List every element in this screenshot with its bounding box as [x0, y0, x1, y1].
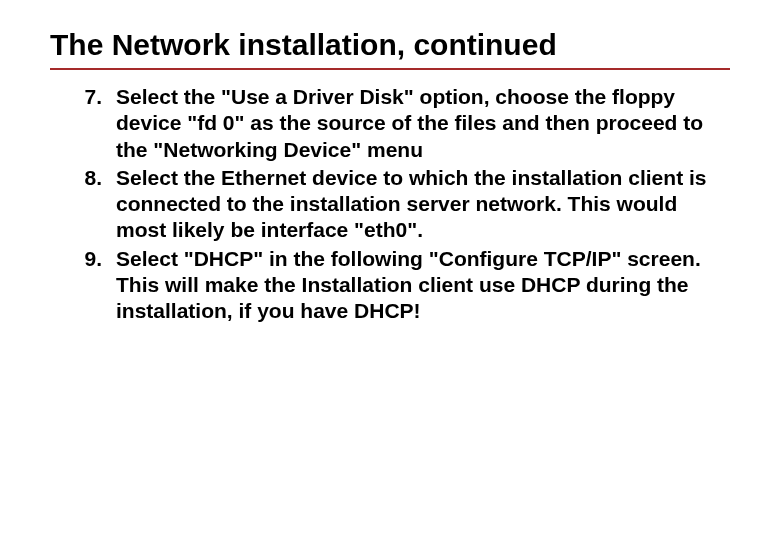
- item-text: Select the Ethernet device to which the …: [116, 165, 730, 244]
- page-title: The Network installation, continued: [50, 28, 730, 70]
- item-text: Select the "Use a Driver Disk" option, c…: [116, 84, 730, 163]
- item-number: 8.: [78, 165, 116, 244]
- instruction-list: 7. Select the "Use a Driver Disk" option…: [50, 84, 730, 324]
- list-item: 7. Select the "Use a Driver Disk" option…: [78, 84, 730, 163]
- item-number: 9.: [78, 246, 116, 325]
- list-item: 9. Select "DHCP" in the following "Confi…: [78, 246, 730, 325]
- item-text: Select "DHCP" in the following "Configur…: [116, 246, 730, 325]
- item-number: 7.: [78, 84, 116, 163]
- list-item: 8. Select the Ethernet device to which t…: [78, 165, 730, 244]
